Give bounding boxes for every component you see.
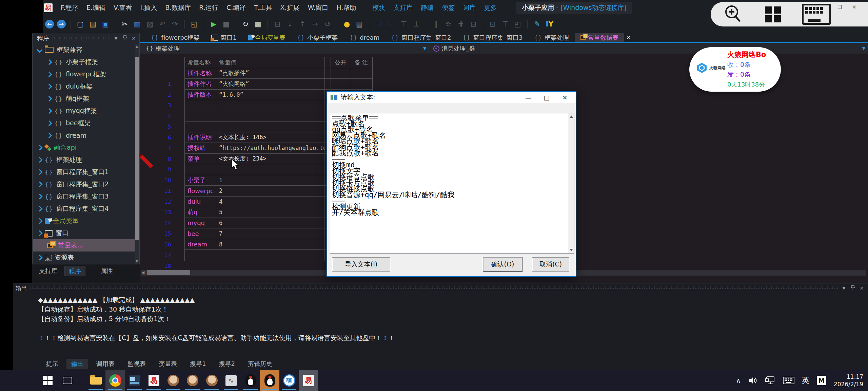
snippets-button[interactable]: ▤ — [355, 19, 364, 29]
dialog-scrollbar[interactable] — [568, 113, 574, 253]
chevron-right-icon[interactable] — [37, 157, 43, 163]
taskbar-item-file-explorer[interactable] — [86, 370, 105, 391]
taskbar-item-chrome[interactable] — [105, 370, 125, 391]
taskbar-item-qq[interactable] — [260, 370, 279, 391]
fit-size-button[interactable]: ◰ — [513, 19, 522, 29]
menu-run[interactable]: R.运行 — [199, 3, 218, 12]
menu-support-libs[interactable]: 支持库 — [393, 3, 413, 12]
chevron-right-icon[interactable] — [37, 194, 43, 200]
tree-item-constants-table[interactable]: 常量表... — [33, 239, 135, 252]
cancel-button[interactable]: 取消(C) — [532, 257, 569, 272]
brush-button[interactable]: ✎ — [532, 19, 542, 29]
tab-flowerpc[interactable]: {}flowerpc框架 — [145, 33, 205, 42]
find-in-files-button[interactable]: ◱ — [190, 19, 199, 29]
dropdown-caret-icon[interactable]: ▼ — [423, 46, 426, 51]
tree-item-dream[interactable]: {}dream — [33, 129, 135, 142]
loop-button[interactable]: ↺ — [323, 19, 332, 29]
step-out-button[interactable]: ⇡ — [298, 19, 307, 29]
menu-notes[interactable]: 便签 — [442, 3, 455, 12]
tab-window2-set[interactable]: {}窗口程序集_窗口2 — [385, 33, 457, 42]
tab-support-libs[interactable]: 支持库 — [35, 266, 61, 276]
close-icon[interactable]: ✕ — [131, 36, 137, 41]
chevron-down-icon[interactable] — [37, 47, 43, 53]
chevron-right-icon[interactable] — [37, 169, 43, 175]
tab-window1[interactable]: 窗口1 — [205, 33, 242, 42]
chevron-right-icon[interactable] — [46, 108, 52, 114]
tree-item-globals[interactable]: 全局变量 — [33, 215, 135, 227]
tree-item-winset1[interactable]: {}窗口程序集_窗口1 — [33, 166, 135, 178]
ok-button[interactable]: 确认(O) — [483, 257, 522, 272]
table-row[interactable]: 插件名称“点歌插件” — [185, 68, 372, 79]
scrollbar-thumb[interactable] — [135, 57, 139, 240]
tree-item-bee[interactable]: {}bee框架 — [33, 117, 135, 129]
breadcrumb-left[interactable]: {} 框架处理 — [146, 44, 180, 53]
tree-item-winset3[interactable]: {}窗口程序集_窗口3 — [33, 190, 135, 203]
taskbar-item-penguin-app[interactable] — [241, 370, 260, 391]
anchor-button[interactable]: ⊡ — [488, 19, 497, 29]
dialog-titlebar[interactable]: 请输入文本: — □ ✕ — [327, 92, 576, 103]
dropdown-caret-icon[interactable]: ▼ — [862, 46, 865, 51]
colors-button[interactable]: IY — [545, 19, 554, 29]
undo-button[interactable]: ↶ — [158, 19, 167, 29]
menu-database[interactable]: B.数据库 — [165, 3, 191, 12]
tab-properties[interactable]: 属性 — [97, 266, 117, 276]
restore-icon[interactable]: ❐ — [837, 4, 842, 10]
import-text-button[interactable]: 导入文本(I) — [332, 257, 390, 272]
menu-static-compile[interactable]: 静编 — [421, 3, 434, 12]
chevron-right-icon[interactable] — [46, 133, 52, 138]
close-icon[interactable]: ✕ — [852, 4, 856, 10]
redo-button[interactable]: ↷ — [170, 19, 180, 29]
chevron-right-icon[interactable] — [37, 230, 43, 236]
step-over-button[interactable]: → — [310, 19, 320, 29]
build-button[interactable]: ▦ — [253, 19, 263, 29]
chevron-right-icon[interactable] — [37, 206, 43, 212]
dialog-maximize-button[interactable]: □ — [539, 94, 554, 101]
scroll-left-icon[interactable]: ◀ — [141, 270, 144, 276]
touch-keyboard-icon[interactable] — [783, 376, 794, 385]
align-top-button[interactable]: ⊤ — [399, 19, 409, 29]
text-input-area[interactable]: ══点歌菜单══ 点歌+歌名 qq点歌+歌名 网易云点歌+歌名 咪咕点歌+歌名 … — [330, 113, 574, 254]
menu-extensions[interactable]: X.扩展 — [280, 3, 300, 12]
start-button[interactable] — [38, 370, 57, 391]
chevron-right-icon[interactable] — [37, 145, 43, 151]
tab-call-table[interactable]: 调用表 — [92, 359, 119, 369]
forward-button[interactable]: → — [57, 20, 66, 29]
close-icon[interactable]: ✕ — [859, 285, 865, 291]
tab-search1[interactable]: 搜寻1 — [185, 359, 211, 369]
align-bottom-button[interactable]: ⊥ — [412, 19, 421, 29]
step-into-button[interactable]: ⇣ — [285, 19, 295, 29]
paste-button[interactable]: ▨ — [145, 19, 155, 29]
menu-compile[interactable]: C.编译 — [226, 3, 246, 12]
tab-window3-set[interactable]: {}窗口程序集_窗口3 — [457, 33, 528, 42]
taskbar-item-monkey-2[interactable] — [183, 370, 202, 391]
back-button[interactable]: ← — [45, 20, 54, 29]
chevron-right-icon[interactable] — [46, 59, 52, 65]
table-row[interactable]: 插件作者“火狼网络” — [185, 79, 372, 90]
center-button[interactable]: ⊟ — [469, 19, 478, 29]
tree-item-myqq[interactable]: {}myqq框架 — [33, 105, 135, 117]
tab-constants-table[interactable]: 常量数据表 — [575, 33, 624, 42]
cut-button[interactable]: ✂ — [120, 19, 130, 29]
chevron-right-icon[interactable] — [46, 120, 52, 126]
tab-program[interactable]: 程序 — [64, 266, 85, 276]
pin-icon[interactable] — [122, 35, 128, 41]
keyboard-icon[interactable] — [802, 4, 831, 25]
bot-status-widget[interactable]: 火狼网络 火狼网络Bo 收：0条 发：0条 0天13时38分 — [689, 47, 781, 92]
chevron-right-icon[interactable] — [37, 182, 43, 187]
network-icon[interactable] — [765, 376, 775, 385]
pin-icon[interactable] — [850, 285, 856, 291]
menu-modules[interactable]: 模块 — [372, 3, 385, 12]
stop-button[interactable]: ■ — [221, 19, 231, 29]
menu-insert[interactable]: I.插入 — [140, 3, 157, 12]
scroll-up-icon[interactable] — [570, 115, 573, 118]
window-grid-icon[interactable] — [765, 6, 781, 22]
task-view-button[interactable] — [58, 370, 77, 391]
open-file-button[interactable]: ▤ — [88, 19, 98, 29]
tab-xiaolizi[interactable]: {}小栗子框架 — [291, 33, 344, 42]
taskbar-item-elang[interactable]: 易 — [299, 370, 318, 391]
ime-indicator[interactable]: 英 — [802, 375, 809, 386]
tab-clip-history[interactable]: 剪辑历史 — [243, 359, 277, 369]
taskbar-item-monkey-1[interactable] — [163, 370, 183, 391]
tab-output[interactable]: 输出 — [66, 359, 88, 369]
tree-item-dulu[interactable]: {}dulu框架 — [33, 80, 135, 93]
